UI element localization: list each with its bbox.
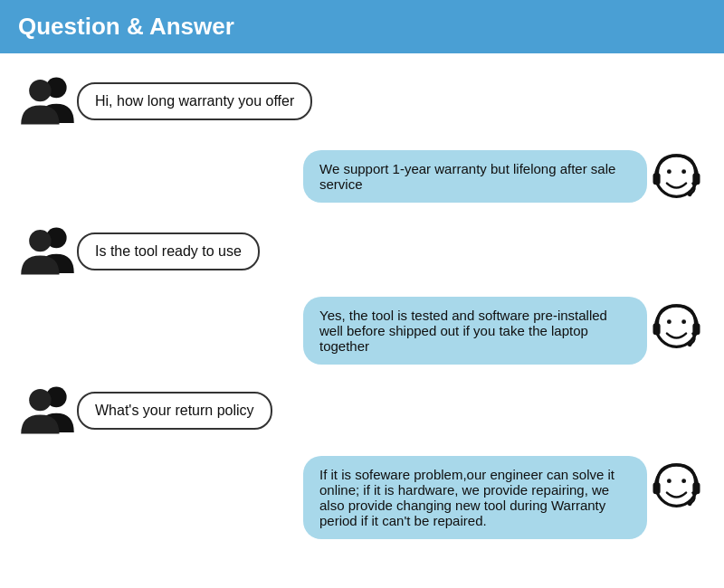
chat-row-3-user: What's your return policy xyxy=(18,381,706,440)
svg-point-20 xyxy=(681,479,686,483)
svg-point-9 xyxy=(29,230,51,251)
agent-message-1: We support 1-year warranty but lifelong … xyxy=(319,161,615,192)
chat-row-2-agent: Yes, the tool is tested and software pre… xyxy=(18,297,706,365)
agent-bubble-2: Yes, the tool is tested and software pre… xyxy=(303,297,647,365)
page-header: Question & Answer xyxy=(0,0,724,53)
svg-point-7 xyxy=(688,192,692,196)
svg-point-3 xyxy=(667,169,672,174)
user-avatar-icon-3 xyxy=(18,381,77,440)
agent-avatar-icon-2 xyxy=(647,297,706,356)
agent-avatar-icon-1 xyxy=(647,147,706,205)
user-message-2: Is the tool ready to use xyxy=(95,243,242,259)
chat-row-3-agent: If it is sofeware problem,our engineer c… xyxy=(18,456,706,539)
chat-row-2-user: Is the tool ready to use xyxy=(18,222,706,280)
agent-avatar-icon-3 xyxy=(647,456,706,515)
chat-row-1-agent: We support 1-year warranty but lifelong … xyxy=(18,147,706,205)
user-avatar-icon xyxy=(18,71,77,130)
svg-point-17 xyxy=(29,389,51,411)
svg-point-23 xyxy=(688,501,692,506)
svg-point-1 xyxy=(29,80,51,101)
svg-point-11 xyxy=(667,319,672,324)
svg-rect-5 xyxy=(653,173,661,185)
svg-point-15 xyxy=(688,342,692,346)
agent-bubble-1: We support 1-year warranty but lifelong … xyxy=(303,150,647,203)
user-avatar-icon-2 xyxy=(18,222,77,280)
user-bubble-1: Hi, how long warranty you offer xyxy=(77,82,312,120)
svg-point-19 xyxy=(667,479,672,483)
svg-point-4 xyxy=(681,169,686,174)
user-bubble-3: What's your return policy xyxy=(77,392,272,430)
agent-message-2: Yes, the tool is tested and software pre… xyxy=(319,308,607,354)
user-message-1: Hi, how long warranty you offer xyxy=(95,93,294,109)
agent-bubble-3: If it is sofeware problem,our engineer c… xyxy=(303,456,647,539)
user-message-3: What's your return policy xyxy=(95,403,254,418)
svg-rect-13 xyxy=(653,323,661,335)
user-bubble-2: Is the tool ready to use xyxy=(77,232,260,270)
chat-container: Hi, how long warranty you offer We suppo… xyxy=(0,62,724,564)
agent-message-3: If it is sofeware problem,our engineer c… xyxy=(319,467,614,528)
chat-row-1-user: Hi, how long warranty you offer xyxy=(18,71,706,130)
svg-rect-21 xyxy=(653,482,661,494)
page-title: Question & Answer xyxy=(18,13,706,41)
svg-point-12 xyxy=(681,319,686,324)
